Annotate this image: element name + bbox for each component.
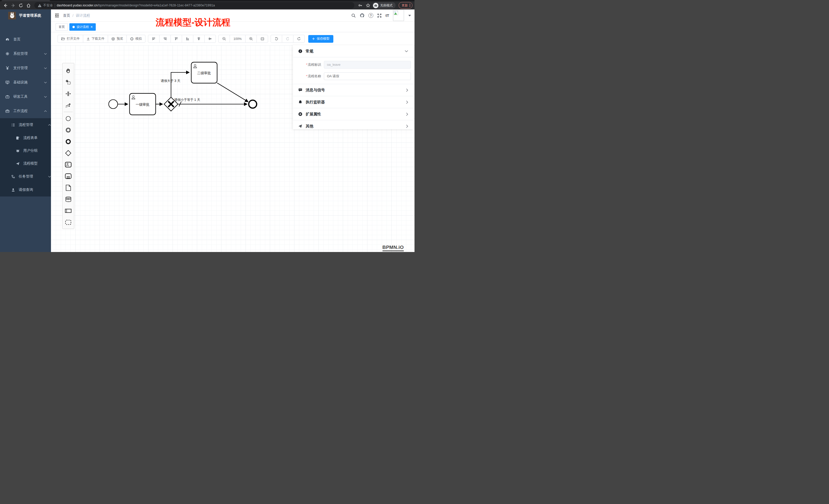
key-icon[interactable] — [357, 2, 364, 9]
list-icon — [11, 123, 15, 127]
sidebar-item-devtools[interactable]: 研发工具 — [0, 89, 51, 104]
user-task-level1[interactable]: 一级审批 — [130, 93, 156, 115]
sidebar-item-infra[interactable]: 基础设施 — [0, 75, 51, 89]
sidebar-item-process-mgmt[interactable]: 流程管理 — [0, 118, 51, 131]
download-icon — [86, 37, 90, 40]
align-middle-button[interactable] — [204, 35, 216, 43]
save-model-button[interactable]: 保存模型 — [308, 35, 333, 43]
align-top-button[interactable] — [171, 35, 182, 43]
sidebar-item-user-group[interactable]: 用户分组 — [0, 144, 51, 157]
sidebar-item-process-form[interactable]: 流程表单 — [0, 131, 51, 144]
forward-icon[interactable] — [10, 2, 16, 9]
sidebar-item-system[interactable]: 系统管理 — [0, 46, 51, 61]
bpmn-toolbar: 打开文件 下载文件 预览 模拟 — [51, 32, 414, 45]
undo-button[interactable] — [271, 35, 282, 43]
update-button[interactable]: 更新 — [399, 2, 412, 9]
breadcrumb-separator: / — [72, 13, 73, 18]
section-other[interactable]: 其他 — [293, 120, 413, 132]
github-icon[interactable] — [360, 13, 365, 18]
simulate-label: 模拟 — [136, 37, 142, 41]
download-file-button[interactable]: 下载文件 — [83, 35, 108, 43]
breadcrumb: 首页 / 设计流程 — [63, 13, 90, 18]
sidebar-item-payment[interactable]: 支付管理 — [0, 61, 51, 75]
font-size-glyph: tT — [386, 13, 389, 18]
section-title: 常规 — [306, 49, 313, 54]
section-extended-attributes[interactable]: 扩展属性 — [293, 108, 413, 120]
field-label: *流程标识 — [298, 63, 324, 67]
sidebar-item-workflow[interactable]: 工作流程 — [0, 104, 51, 118]
flow-label-lte1day[interactable]: 请假小于等于 1 天 — [174, 98, 200, 102]
zoom-in-button[interactable] — [245, 35, 257, 43]
security-label[interactable]: 不安全 — [43, 3, 53, 8]
section-title: 消息与信号 — [306, 88, 325, 92]
sidebar-item-leave-query[interactable]: 请假查询 — [0, 183, 51, 196]
plus-icon — [312, 37, 315, 40]
sidebar: 芋道管理系统 首页 系统管理 — [0, 9, 51, 252]
bookmark-star-icon[interactable] — [365, 2, 371, 9]
send-icon — [298, 124, 302, 128]
section-title: 扩展属性 — [306, 112, 321, 117]
tab-design-process[interactable]: 设计流程 — [69, 23, 96, 31]
back-icon[interactable] — [2, 2, 9, 9]
caret-down-icon[interactable] — [408, 15, 411, 16]
url-text[interactable]: dashboard.yudao.iocoder.cn/bpm/manager/m… — [57, 4, 215, 7]
flow-gateway-to-task2[interactable] — [171, 72, 189, 97]
section-general[interactable]: 常规 — [293, 45, 413, 57]
logo-row[interactable]: 芋道管理系统 — [0, 9, 51, 22]
zoom-reset-button[interactable] — [256, 35, 268, 43]
align-center-button[interactable] — [193, 35, 205, 43]
start-event[interactable] — [109, 100, 118, 109]
url-bar[interactable]: 不安全 dashboard.yudao.iocoder.cn/bpm/manag… — [34, 2, 354, 9]
home-icon[interactable] — [25, 2, 32, 9]
bell-icon — [298, 100, 302, 104]
tab-bar: 首页 设计流程 — [51, 22, 414, 32]
group-face-icon — [16, 149, 20, 153]
preview-button[interactable]: 预览 — [108, 35, 127, 43]
close-icon[interactable] — [91, 26, 93, 28]
message-icon — [298, 88, 302, 92]
align-left-button[interactable] — [148, 35, 159, 43]
section-messages-signals[interactable]: 消息与信号 — [293, 84, 413, 96]
font-size-icon[interactable]: tT — [386, 13, 389, 18]
process-name-input[interactable] — [324, 72, 411, 80]
simulate-button[interactable]: 模拟 — [127, 35, 145, 43]
fullscreen-icon[interactable] — [377, 13, 382, 18]
help-icon[interactable]: ? — [368, 13, 373, 18]
collapse-sidebar-icon[interactable] — [55, 13, 60, 18]
tab-home[interactable]: 首页 — [56, 23, 68, 31]
bpmn-canvas[interactable]: 一级审批 二级审批 请假 — [51, 45, 414, 252]
avatar[interactable] — [393, 10, 404, 21]
process-key-input[interactable] — [324, 61, 411, 69]
flow-task2-to-end[interactable] — [217, 83, 248, 102]
restart-button[interactable] — [293, 35, 305, 43]
flow-label-gt3days[interactable]: 请假大于 3 天 — [161, 79, 180, 83]
sidebar-item-task-mgmt[interactable]: 任务管理 — [0, 170, 51, 183]
zoom-out-button[interactable] — [218, 35, 230, 43]
warning-icon[interactable] — [38, 4, 41, 7]
app-logo — [8, 12, 16, 20]
align-bottom-button[interactable] — [182, 35, 193, 43]
gear-icon — [5, 52, 9, 56]
sidebar-item-home[interactable]: 首页 — [0, 32, 51, 46]
redo-button[interactable] — [282, 35, 293, 43]
open-file-button[interactable]: 打开文件 — [58, 35, 83, 43]
end-event[interactable] — [249, 100, 257, 108]
user-task-level2[interactable]: 二级审批 — [191, 62, 217, 83]
bpmn-io-logo[interactable]: BPMN.iO — [383, 244, 404, 251]
zoom-level[interactable]: 100% — [230, 35, 246, 43]
section-execution-listeners[interactable]: 执行监听器 — [293, 96, 413, 108]
properties-panel: 常规 *流程标识 *流程名称 — [293, 45, 413, 129]
open-file-label: 打开文件 — [67, 37, 80, 41]
more-menu-icon[interactable] — [409, 4, 410, 7]
breadcrumb-home[interactable]: 首页 — [63, 13, 70, 18]
sidebar-item-label: 基础设施 — [13, 80, 28, 85]
chevron-up-icon — [44, 110, 47, 112]
search-icon[interactable] — [351, 13, 356, 18]
sidebar-item-label: 流程管理 — [19, 122, 33, 127]
reload-icon[interactable] — [17, 2, 24, 9]
sidebar-item-process-model[interactable]: 流程模型 — [0, 157, 51, 170]
incognito-label: 无痕模式 — [380, 3, 393, 8]
sidebar-item-label: 支付管理 — [13, 66, 28, 70]
briefcase-icon — [5, 109, 9, 113]
align-right-button[interactable] — [159, 35, 171, 43]
